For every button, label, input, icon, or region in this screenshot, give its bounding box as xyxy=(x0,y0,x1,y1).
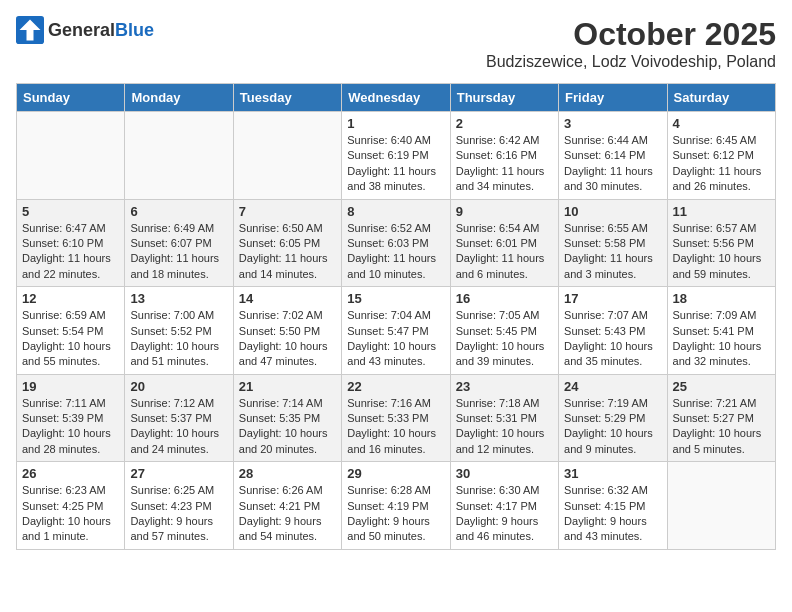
calendar-cell: 16Sunrise: 7:05 AM Sunset: 5:45 PM Dayli… xyxy=(450,287,558,375)
logo-icon xyxy=(16,16,44,44)
day-number: 23 xyxy=(456,379,553,394)
calendar-cell xyxy=(233,112,341,200)
day-number: 20 xyxy=(130,379,227,394)
month-title: October 2025 xyxy=(486,16,776,53)
day-number: 14 xyxy=(239,291,336,306)
day-number: 3 xyxy=(564,116,661,131)
col-wednesday: Wednesday xyxy=(342,84,450,112)
calendar-table: Sunday Monday Tuesday Wednesday Thursday… xyxy=(16,83,776,550)
cell-content: Sunrise: 6:23 AM Sunset: 4:25 PM Dayligh… xyxy=(22,484,111,542)
day-number: 18 xyxy=(673,291,770,306)
day-number: 1 xyxy=(347,116,444,131)
day-number: 11 xyxy=(673,204,770,219)
calendar-cell xyxy=(17,112,125,200)
cell-content: Sunrise: 6:42 AM Sunset: 6:16 PM Dayligh… xyxy=(456,134,545,192)
cell-content: Sunrise: 7:05 AM Sunset: 5:45 PM Dayligh… xyxy=(456,309,545,367)
day-number: 4 xyxy=(673,116,770,131)
cell-content: Sunrise: 6:54 AM Sunset: 6:01 PM Dayligh… xyxy=(456,222,545,280)
cell-content: Sunrise: 7:02 AM Sunset: 5:50 PM Dayligh… xyxy=(239,309,328,367)
location-title: Budziszewice, Lodz Voivodeship, Poland xyxy=(486,53,776,71)
cell-content: Sunrise: 6:55 AM Sunset: 5:58 PM Dayligh… xyxy=(564,222,653,280)
calendar-cell: 25Sunrise: 7:21 AM Sunset: 5:27 PM Dayli… xyxy=(667,374,775,462)
calendar-cell: 21Sunrise: 7:14 AM Sunset: 5:35 PM Dayli… xyxy=(233,374,341,462)
day-number: 15 xyxy=(347,291,444,306)
cell-content: Sunrise: 6:57 AM Sunset: 5:56 PM Dayligh… xyxy=(673,222,762,280)
calendar-cell: 7Sunrise: 6:50 AM Sunset: 6:05 PM Daylig… xyxy=(233,199,341,287)
day-number: 21 xyxy=(239,379,336,394)
calendar-cell: 5Sunrise: 6:47 AM Sunset: 6:10 PM Daylig… xyxy=(17,199,125,287)
calendar-cell: 17Sunrise: 7:07 AM Sunset: 5:43 PM Dayli… xyxy=(559,287,667,375)
calendar-cell: 27Sunrise: 6:25 AM Sunset: 4:23 PM Dayli… xyxy=(125,462,233,550)
calendar-cell: 12Sunrise: 6:59 AM Sunset: 5:54 PM Dayli… xyxy=(17,287,125,375)
cell-content: Sunrise: 6:28 AM Sunset: 4:19 PM Dayligh… xyxy=(347,484,431,542)
cell-content: Sunrise: 6:32 AM Sunset: 4:15 PM Dayligh… xyxy=(564,484,648,542)
page-header: GeneralBlue October 2025 Budziszewice, L… xyxy=(16,16,776,71)
cell-content: Sunrise: 6:47 AM Sunset: 6:10 PM Dayligh… xyxy=(22,222,111,280)
calendar-cell xyxy=(125,112,233,200)
col-thursday: Thursday xyxy=(450,84,558,112)
calendar-cell: 14Sunrise: 7:02 AM Sunset: 5:50 PM Dayli… xyxy=(233,287,341,375)
col-saturday: Saturday xyxy=(667,84,775,112)
logo-general: General xyxy=(48,20,115,40)
day-number: 25 xyxy=(673,379,770,394)
cell-content: Sunrise: 6:50 AM Sunset: 6:05 PM Dayligh… xyxy=(239,222,328,280)
cell-content: Sunrise: 6:30 AM Sunset: 4:17 PM Dayligh… xyxy=(456,484,540,542)
day-number: 24 xyxy=(564,379,661,394)
day-number: 9 xyxy=(456,204,553,219)
calendar-cell: 10Sunrise: 6:55 AM Sunset: 5:58 PM Dayli… xyxy=(559,199,667,287)
logo: GeneralBlue xyxy=(16,16,154,44)
cell-content: Sunrise: 6:49 AM Sunset: 6:07 PM Dayligh… xyxy=(130,222,219,280)
calendar-cell: 15Sunrise: 7:04 AM Sunset: 5:47 PM Dayli… xyxy=(342,287,450,375)
calendar-cell: 8Sunrise: 6:52 AM Sunset: 6:03 PM Daylig… xyxy=(342,199,450,287)
day-number: 17 xyxy=(564,291,661,306)
cell-content: Sunrise: 7:14 AM Sunset: 5:35 PM Dayligh… xyxy=(239,397,328,455)
calendar-cell: 18Sunrise: 7:09 AM Sunset: 5:41 PM Dayli… xyxy=(667,287,775,375)
day-number: 5 xyxy=(22,204,119,219)
logo-blue: Blue xyxy=(115,20,154,40)
cell-content: Sunrise: 7:11 AM Sunset: 5:39 PM Dayligh… xyxy=(22,397,111,455)
calendar-cell: 24Sunrise: 7:19 AM Sunset: 5:29 PM Dayli… xyxy=(559,374,667,462)
day-number: 27 xyxy=(130,466,227,481)
calendar-cell: 30Sunrise: 6:30 AM Sunset: 4:17 PM Dayli… xyxy=(450,462,558,550)
day-number: 7 xyxy=(239,204,336,219)
calendar-cell: 28Sunrise: 6:26 AM Sunset: 4:21 PM Dayli… xyxy=(233,462,341,550)
day-number: 19 xyxy=(22,379,119,394)
calendar-cell: 2Sunrise: 6:42 AM Sunset: 6:16 PM Daylig… xyxy=(450,112,558,200)
day-number: 2 xyxy=(456,116,553,131)
calendar-cell: 4Sunrise: 6:45 AM Sunset: 6:12 PM Daylig… xyxy=(667,112,775,200)
calendar-cell: 9Sunrise: 6:54 AM Sunset: 6:01 PM Daylig… xyxy=(450,199,558,287)
cell-content: Sunrise: 6:44 AM Sunset: 6:14 PM Dayligh… xyxy=(564,134,653,192)
week-row-2: 12Sunrise: 6:59 AM Sunset: 5:54 PM Dayli… xyxy=(17,287,776,375)
calendar-cell: 26Sunrise: 6:23 AM Sunset: 4:25 PM Dayli… xyxy=(17,462,125,550)
cell-content: Sunrise: 7:21 AM Sunset: 5:27 PM Dayligh… xyxy=(673,397,762,455)
cell-content: Sunrise: 7:09 AM Sunset: 5:41 PM Dayligh… xyxy=(673,309,762,367)
day-number: 28 xyxy=(239,466,336,481)
day-number: 8 xyxy=(347,204,444,219)
week-row-3: 19Sunrise: 7:11 AM Sunset: 5:39 PM Dayli… xyxy=(17,374,776,462)
cell-content: Sunrise: 7:04 AM Sunset: 5:47 PM Dayligh… xyxy=(347,309,436,367)
title-block: October 2025 Budziszewice, Lodz Voivodes… xyxy=(486,16,776,71)
cell-content: Sunrise: 7:00 AM Sunset: 5:52 PM Dayligh… xyxy=(130,309,219,367)
calendar-cell: 29Sunrise: 6:28 AM Sunset: 4:19 PM Dayli… xyxy=(342,462,450,550)
week-row-0: 1Sunrise: 6:40 AM Sunset: 6:19 PM Daylig… xyxy=(17,112,776,200)
calendar-cell: 6Sunrise: 6:49 AM Sunset: 6:07 PM Daylig… xyxy=(125,199,233,287)
header-row: Sunday Monday Tuesday Wednesday Thursday… xyxy=(17,84,776,112)
calendar-cell: 19Sunrise: 7:11 AM Sunset: 5:39 PM Dayli… xyxy=(17,374,125,462)
calendar-cell: 1Sunrise: 6:40 AM Sunset: 6:19 PM Daylig… xyxy=(342,112,450,200)
day-number: 10 xyxy=(564,204,661,219)
calendar-cell: 20Sunrise: 7:12 AM Sunset: 5:37 PM Dayli… xyxy=(125,374,233,462)
calendar-cell: 22Sunrise: 7:16 AM Sunset: 5:33 PM Dayli… xyxy=(342,374,450,462)
day-number: 13 xyxy=(130,291,227,306)
cell-content: Sunrise: 7:19 AM Sunset: 5:29 PM Dayligh… xyxy=(564,397,653,455)
day-number: 29 xyxy=(347,466,444,481)
week-row-1: 5Sunrise: 6:47 AM Sunset: 6:10 PM Daylig… xyxy=(17,199,776,287)
cell-content: Sunrise: 6:40 AM Sunset: 6:19 PM Dayligh… xyxy=(347,134,436,192)
week-row-4: 26Sunrise: 6:23 AM Sunset: 4:25 PM Dayli… xyxy=(17,462,776,550)
cell-content: Sunrise: 6:59 AM Sunset: 5:54 PM Dayligh… xyxy=(22,309,111,367)
cell-content: Sunrise: 6:25 AM Sunset: 4:23 PM Dayligh… xyxy=(130,484,214,542)
cell-content: Sunrise: 7:12 AM Sunset: 5:37 PM Dayligh… xyxy=(130,397,219,455)
calendar-cell: 23Sunrise: 7:18 AM Sunset: 5:31 PM Dayli… xyxy=(450,374,558,462)
calendar-body: 1Sunrise: 6:40 AM Sunset: 6:19 PM Daylig… xyxy=(17,112,776,550)
cell-content: Sunrise: 6:52 AM Sunset: 6:03 PM Dayligh… xyxy=(347,222,436,280)
col-tuesday: Tuesday xyxy=(233,84,341,112)
